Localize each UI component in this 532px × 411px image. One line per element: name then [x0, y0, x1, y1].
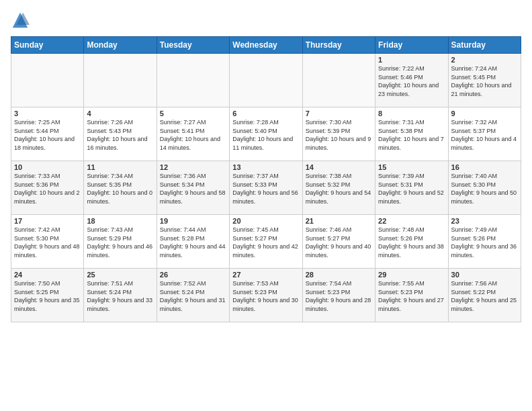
calendar-cell: 6Sunrise: 7:28 AMSunset: 5:40 PMDaylight…	[230, 107, 302, 161]
page-container: SundayMondayTuesdayWednesdayThursdayFrid…	[0, 0, 532, 329]
day-number: 9	[451, 109, 518, 118]
calendar-cell: 18Sunrise: 7:43 AMSunset: 5:29 PMDayligh…	[84, 215, 157, 269]
day-number: 1	[378, 56, 445, 64]
calendar-cell: 3Sunrise: 7:25 AMSunset: 5:44 PMDaylight…	[11, 107, 84, 161]
calendar-cell	[84, 54, 157, 107]
day-number: 13	[232, 163, 299, 171]
day-info: Sunrise: 7:36 AMSunset: 5:34 PMDaylight:…	[160, 172, 226, 205]
calendar-cell: 1Sunrise: 7:22 AMSunset: 5:46 PMDaylight…	[375, 54, 448, 107]
weekday-header-thursday: Thursday	[302, 37, 375, 54]
calendar-cell	[11, 54, 84, 107]
calendar-cell: 24Sunrise: 7:50 AMSunset: 5:25 PMDayligh…	[11, 269, 84, 322]
day-info: Sunrise: 7:34 AMSunset: 5:35 PMDaylight:…	[87, 172, 153, 205]
day-number: 7	[306, 109, 372, 118]
weekday-header-wednesday: Wednesday	[230, 37, 302, 54]
calendar-cell: 27Sunrise: 7:53 AMSunset: 5:23 PMDayligh…	[230, 269, 302, 322]
day-number: 16	[451, 163, 518, 171]
calendar-week-5: 24Sunrise: 7:50 AMSunset: 5:25 PMDayligh…	[11, 269, 521, 322]
day-number: 23	[451, 217, 518, 225]
calendar-cell: 20Sunrise: 7:45 AMSunset: 5:27 PMDayligh…	[230, 215, 302, 269]
day-number: 30	[451, 271, 518, 279]
day-number: 29	[378, 271, 445, 279]
day-number: 15	[378, 163, 445, 171]
calendar-body: 1Sunrise: 7:22 AMSunset: 5:46 PMDaylight…	[11, 54, 521, 322]
logo-icon	[11, 11, 30, 30]
day-info: Sunrise: 7:55 AMSunset: 5:23 PMDaylight:…	[378, 279, 445, 313]
day-info: Sunrise: 7:46 AMSunset: 5:27 PMDaylight:…	[306, 226, 372, 259]
calendar-cell: 28Sunrise: 7:54 AMSunset: 5:23 PMDayligh…	[302, 269, 375, 322]
day-info: Sunrise: 7:24 AMSunset: 5:45 PMDaylight:…	[451, 64, 518, 98]
calendar-cell: 12Sunrise: 7:36 AMSunset: 5:34 PMDayligh…	[157, 161, 229, 215]
calendar-cell: 23Sunrise: 7:49 AMSunset: 5:26 PMDayligh…	[448, 215, 521, 269]
day-number: 28	[306, 271, 372, 279]
calendar-cell: 19Sunrise: 7:44 AMSunset: 5:28 PMDayligh…	[157, 215, 229, 269]
calendar-cell	[302, 54, 375, 107]
calendar-cell: 17Sunrise: 7:42 AMSunset: 5:30 PMDayligh…	[11, 215, 84, 269]
day-number: 3	[14, 109, 81, 118]
calendar-header: SundayMondayTuesdayWednesdayThursdayFrid…	[11, 37, 521, 54]
day-info: Sunrise: 7:43 AMSunset: 5:29 PMDaylight:…	[87, 226, 153, 259]
day-number: 26	[160, 271, 226, 279]
calendar-cell: 9Sunrise: 7:32 AMSunset: 5:37 PMDaylight…	[448, 107, 521, 161]
calendar-week-4: 17Sunrise: 7:42 AMSunset: 5:30 PMDayligh…	[11, 215, 521, 269]
weekday-header-friday: Friday	[375, 37, 448, 54]
calendar-cell: 11Sunrise: 7:34 AMSunset: 5:35 PMDayligh…	[84, 161, 157, 215]
day-info: Sunrise: 7:38 AMSunset: 5:32 PMDaylight:…	[306, 172, 372, 205]
header	[11, 11, 521, 30]
day-number: 2	[451, 56, 518, 64]
day-info: Sunrise: 7:32 AMSunset: 5:37 PMDaylight:…	[451, 118, 518, 152]
day-number: 22	[378, 217, 445, 225]
day-number: 8	[378, 109, 445, 118]
day-number: 19	[160, 217, 226, 225]
day-number: 20	[232, 217, 299, 225]
calendar-cell: 5Sunrise: 7:27 AMSunset: 5:41 PMDaylight…	[157, 107, 229, 161]
calendar-cell	[230, 54, 302, 107]
calendar-cell: 25Sunrise: 7:51 AMSunset: 5:24 PMDayligh…	[84, 269, 157, 322]
day-info: Sunrise: 7:51 AMSunset: 5:24 PMDaylight:…	[87, 279, 153, 313]
day-number: 24	[14, 271, 81, 279]
calendar-cell: 8Sunrise: 7:31 AMSunset: 5:38 PMDaylight…	[375, 107, 448, 161]
calendar-cell: 22Sunrise: 7:48 AMSunset: 5:26 PMDayligh…	[375, 215, 448, 269]
logo	[11, 11, 32, 30]
day-info: Sunrise: 7:31 AMSunset: 5:38 PMDaylight:…	[378, 118, 445, 152]
day-number: 11	[87, 163, 153, 171]
calendar-cell: 15Sunrise: 7:39 AMSunset: 5:31 PMDayligh…	[375, 161, 448, 215]
day-info: Sunrise: 7:40 AMSunset: 5:30 PMDaylight:…	[451, 172, 518, 205]
calendar-week-2: 3Sunrise: 7:25 AMSunset: 5:44 PMDaylight…	[11, 107, 521, 161]
day-number: 5	[160, 109, 226, 118]
calendar-cell: 14Sunrise: 7:38 AMSunset: 5:32 PMDayligh…	[302, 161, 375, 215]
weekday-header-tuesday: Tuesday	[157, 37, 229, 54]
weekday-header-saturday: Saturday	[448, 37, 521, 54]
day-info: Sunrise: 7:48 AMSunset: 5:26 PMDaylight:…	[378, 226, 445, 259]
day-info: Sunrise: 7:54 AMSunset: 5:23 PMDaylight:…	[306, 279, 372, 313]
day-info: Sunrise: 7:25 AMSunset: 5:44 PMDaylight:…	[14, 118, 81, 152]
day-number: 14	[306, 163, 372, 171]
day-number: 4	[87, 109, 153, 118]
day-info: Sunrise: 7:26 AMSunset: 5:43 PMDaylight:…	[87, 118, 153, 152]
day-info: Sunrise: 7:39 AMSunset: 5:31 PMDaylight:…	[378, 172, 445, 205]
day-info: Sunrise: 7:50 AMSunset: 5:25 PMDaylight:…	[14, 279, 81, 313]
day-number: 12	[160, 163, 226, 171]
calendar-cell: 4Sunrise: 7:26 AMSunset: 5:43 PMDaylight…	[84, 107, 157, 161]
day-info: Sunrise: 7:30 AMSunset: 5:39 PMDaylight:…	[306, 118, 372, 152]
day-info: Sunrise: 7:28 AMSunset: 5:40 PMDaylight:…	[232, 118, 299, 152]
day-info: Sunrise: 7:53 AMSunset: 5:23 PMDaylight:…	[232, 279, 299, 313]
day-info: Sunrise: 7:37 AMSunset: 5:33 PMDaylight:…	[232, 172, 299, 205]
calendar-cell	[157, 54, 229, 107]
day-info: Sunrise: 7:45 AMSunset: 5:27 PMDaylight:…	[232, 226, 299, 259]
calendar-cell: 7Sunrise: 7:30 AMSunset: 5:39 PMDaylight…	[302, 107, 375, 161]
day-number: 27	[232, 271, 299, 279]
calendar-cell: 26Sunrise: 7:52 AMSunset: 5:24 PMDayligh…	[157, 269, 229, 322]
calendar-table: SundayMondayTuesdayWednesdayThursdayFrid…	[11, 36, 521, 322]
weekday-header-monday: Monday	[84, 37, 157, 54]
day-number: 25	[87, 271, 153, 279]
day-info: Sunrise: 7:52 AMSunset: 5:24 PMDaylight:…	[160, 279, 226, 313]
calendar-cell: 16Sunrise: 7:40 AMSunset: 5:30 PMDayligh…	[448, 161, 521, 215]
day-number: 10	[14, 163, 81, 171]
calendar-cell: 2Sunrise: 7:24 AMSunset: 5:45 PMDaylight…	[448, 54, 521, 107]
day-info: Sunrise: 7:22 AMSunset: 5:46 PMDaylight:…	[378, 64, 445, 98]
weekday-header-row: SundayMondayTuesdayWednesdayThursdayFrid…	[11, 37, 521, 54]
calendar-cell: 21Sunrise: 7:46 AMSunset: 5:27 PMDayligh…	[302, 215, 375, 269]
calendar-week-3: 10Sunrise: 7:33 AMSunset: 5:36 PMDayligh…	[11, 161, 521, 215]
day-number: 6	[232, 109, 299, 118]
